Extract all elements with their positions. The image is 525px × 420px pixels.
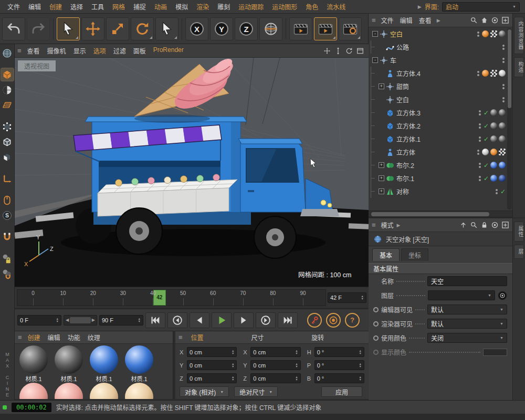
material-thumb-orange[interactable] xyxy=(490,149,497,155)
next-frame-button[interactable] xyxy=(234,312,254,328)
chevron-right-icon[interactable]: ▶ xyxy=(437,18,440,23)
coord-field[interactable]: 0 cm▲▼ xyxy=(250,373,300,383)
visibility-dots[interactable] xyxy=(479,176,481,181)
addpanel-icon[interactable] xyxy=(501,16,509,24)
material-menu-创建[interactable]: 创建 xyxy=(24,332,44,343)
visibility-dots[interactable] xyxy=(477,150,479,155)
render-settings-button[interactable] xyxy=(339,17,362,40)
expander-plus-icon[interactable]: + xyxy=(379,162,384,168)
dock-tab-层[interactable]: 层 xyxy=(514,245,524,259)
material-thumb-checker[interactable] xyxy=(490,70,497,77)
editor-visibility-dot[interactable] xyxy=(479,176,481,178)
expander-minus-icon[interactable]: - xyxy=(372,31,378,37)
render-visibility-dot[interactable] xyxy=(479,127,481,129)
scrollbar-thumb[interactable] xyxy=(371,212,489,216)
viewport-menu-面板[interactable]: 面板 xyxy=(130,45,150,57)
stepper-icon[interactable]: ▲▼ xyxy=(295,350,298,355)
workplane-lock-button[interactable] xyxy=(1,252,14,265)
material-sphere[interactable] xyxy=(55,383,83,399)
tree-row-甜筒[interactable]: +甜筒 xyxy=(369,80,512,93)
menu-item-选择[interactable]: 选择 xyxy=(66,1,87,13)
render-visibility-dot[interactable] xyxy=(502,61,505,63)
enabled-check-icon[interactable]: ✓ xyxy=(484,109,489,117)
workplane-mode-button[interactable] xyxy=(1,99,14,111)
material-thumb-bluesphere[interactable] xyxy=(490,162,497,169)
end-frame-field[interactable]: 90 F ▲▼ xyxy=(99,315,143,326)
render-visibility-dot[interactable] xyxy=(477,35,479,37)
material-thumb-lightsphere[interactable] xyxy=(499,70,506,77)
stepper-icon[interactable]: ▲▼ xyxy=(359,376,362,381)
material-sphere[interactable] xyxy=(19,345,48,374)
material-thumb-graysphere[interactable] xyxy=(490,109,497,116)
dock-tab-构造[interactable]: 构造 xyxy=(514,57,524,77)
coord-field[interactable]: 0 cm▲▼ xyxy=(187,347,237,357)
viewport-menu-过滤[interactable]: 过滤 xyxy=(110,45,130,57)
target-icon[interactable] xyxy=(491,221,499,229)
viewport-filter-button[interactable] xyxy=(1,47,14,59)
dock-tab-内容浏览器[interactable]: 内容浏览器 xyxy=(514,17,524,54)
apply-button[interactable]: 应用 xyxy=(321,386,362,397)
enabled-check-icon[interactable]: ✓ xyxy=(484,162,489,169)
toggle-ring[interactable] xyxy=(373,335,379,341)
render-visibility-dot[interactable] xyxy=(502,48,505,50)
stepper-icon[interactable]: ▲▼ xyxy=(359,350,362,355)
material-thumb-graysphere[interactable] xyxy=(499,30,506,37)
menu-item-网格[interactable]: 网格 xyxy=(108,1,129,13)
viewport-menu-选项[interactable]: 选项 xyxy=(90,45,110,57)
next-key-button[interactable] xyxy=(256,312,276,328)
orbit-icon[interactable] xyxy=(345,47,353,55)
editor-visibility-dot[interactable] xyxy=(502,97,505,99)
quantize-button[interactable] xyxy=(1,267,14,280)
expander-plus-icon[interactable]: + xyxy=(379,83,384,89)
stepper-icon[interactable]: ▲▼ xyxy=(232,376,234,381)
undo-button[interactable] xyxy=(2,17,25,40)
range-thumb[interactable] xyxy=(70,317,91,323)
render-visibility-dot[interactable] xyxy=(479,166,481,168)
panel-menu-icon[interactable]: ≡ xyxy=(372,16,376,24)
stepper-icon[interactable]: ▲▼ xyxy=(361,295,364,300)
mode-menu[interactable]: 模式 xyxy=(378,219,397,230)
coord-field[interactable]: 0 °▲▼ xyxy=(314,360,364,370)
tree-row-立方体.4[interactable]: 立方体.4 xyxy=(369,67,512,80)
visibility-dots[interactable] xyxy=(502,97,505,102)
viewport-canvas[interactable]: Y Z X 网格间距 : 100 cm 透视视图 xyxy=(15,58,369,287)
material-thumb-orange[interactable] xyxy=(482,30,489,37)
om-menu-编辑[interactable]: 编辑 xyxy=(397,15,416,26)
dolly-icon[interactable] xyxy=(334,47,342,55)
attribute-input-名称[interactable]: 天空 xyxy=(427,276,507,286)
visibility-dots[interactable] xyxy=(502,58,505,63)
record-key-button[interactable] xyxy=(307,313,322,328)
coord-field[interactable]: 0 cm▲▼ xyxy=(250,347,300,357)
render-visibility-dot[interactable] xyxy=(496,192,498,194)
tree-row-对称[interactable]: +对称✓ xyxy=(369,185,512,198)
tree-row-立方体[interactable]: 立方体 xyxy=(369,145,512,159)
enabled-check-icon[interactable]: ✓ xyxy=(500,188,506,195)
viewport-menu-显示[interactable]: 显示 xyxy=(70,45,90,57)
menu-item-工具[interactable]: 工具 xyxy=(87,1,108,13)
last-tool-button[interactable] xyxy=(155,17,178,40)
model-mode-button[interactable] xyxy=(1,68,14,81)
viewport-select-button[interactable] xyxy=(1,194,14,206)
attribute-dropdown-使用颜色[interactable]: 关闭▼ xyxy=(427,333,507,343)
redo-button[interactable] xyxy=(27,17,50,40)
color-swatch[interactable] xyxy=(483,349,507,356)
prev-key-button[interactable] xyxy=(167,312,187,328)
render-view-button[interactable] xyxy=(289,17,312,40)
horizontal-scrollbar[interactable] xyxy=(369,211,512,217)
material-sphere[interactable] xyxy=(125,345,153,374)
editor-visibility-dot[interactable] xyxy=(502,45,505,47)
range-right-icon[interactable]: ▶ xyxy=(92,318,95,322)
material-menu-编辑[interactable]: 编辑 xyxy=(44,332,64,343)
attribute-dropdown-渲染器可见[interactable]: 默认▼ xyxy=(427,319,507,329)
render-visibility-dot[interactable] xyxy=(477,153,479,155)
current-frame-field[interactable]: 42 F ▲▼ xyxy=(328,292,366,303)
keying-options-button[interactable]: ? xyxy=(345,313,360,328)
tab-坐标[interactable]: 坐标 xyxy=(401,248,428,261)
editor-visibility-dot[interactable] xyxy=(479,123,481,125)
coord-field[interactable]: 0 cm▲▼ xyxy=(187,360,237,370)
toggle-ring[interactable] xyxy=(373,307,379,312)
tree-row-布尔.1[interactable]: +布尔.1✓ xyxy=(369,172,512,185)
lock-z-button[interactable]: Z xyxy=(235,17,258,40)
menu-item-捕捉[interactable]: 捕捉 xyxy=(129,1,150,13)
om-menu-查看[interactable]: 查看 xyxy=(416,15,435,26)
